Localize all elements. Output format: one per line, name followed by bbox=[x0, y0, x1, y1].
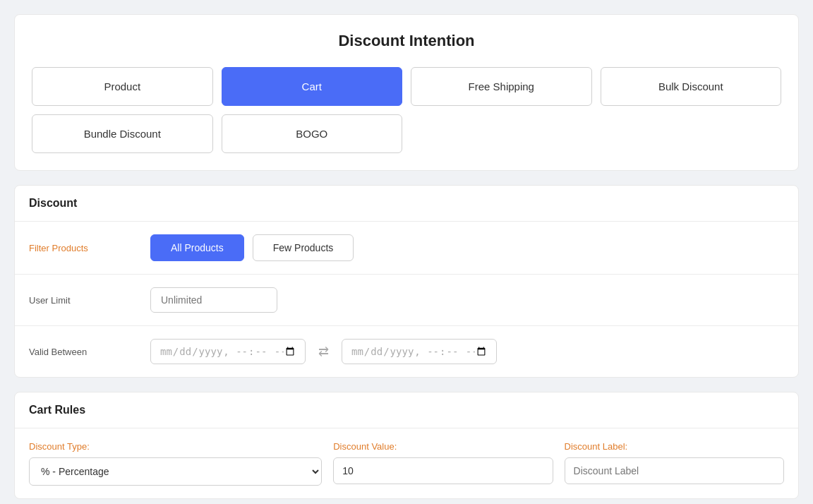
intention-card: Discount Intention Product Cart Free Shi… bbox=[14, 14, 799, 171]
discount-label-label: Discount Label: bbox=[565, 441, 784, 452]
date-separator-icon: ⇄ bbox=[318, 344, 329, 359]
discount-label-group: Discount Label: bbox=[565, 441, 784, 486]
user-limit-input[interactable] bbox=[150, 287, 277, 313]
filter-few-products-btn[interactable]: Few Products bbox=[253, 234, 354, 261]
discount-value-input[interactable] bbox=[333, 457, 553, 484]
valid-between-row: Valid Between ⇄ bbox=[15, 326, 798, 377]
discount-section-title: Discount bbox=[15, 186, 798, 222]
discount-label-input[interactable] bbox=[565, 457, 784, 484]
user-limit-row: User Limit bbox=[15, 275, 798, 326]
intent-btn-bundle-discount[interactable]: Bundle Discount bbox=[32, 114, 213, 153]
filter-products-label: Filter Products bbox=[29, 243, 142, 253]
discount-type-group: Discount Type: % - Percentage $ - Fixed … bbox=[29, 441, 322, 486]
intention-grid-row1: Product Cart Free Shipping Bulk Discount bbox=[32, 67, 781, 106]
intent-btn-free-shipping[interactable]: Free Shipping bbox=[411, 67, 592, 106]
cart-rules-section: Cart Rules Discount Type: % - Percentage… bbox=[14, 392, 799, 499]
cart-rules-grid: Discount Type: % - Percentage $ - Fixed … bbox=[15, 428, 798, 498]
intent-btn-bogo[interactable]: BOGO bbox=[222, 114, 403, 153]
valid-to-input[interactable] bbox=[342, 339, 497, 364]
discount-value-label: Discount Value: bbox=[333, 441, 553, 452]
page-title: Discount Intention bbox=[32, 32, 781, 50]
filter-products-row: Filter Products All Products Few Product… bbox=[15, 222, 798, 275]
intent-btn-product[interactable]: Product bbox=[32, 67, 213, 106]
user-limit-label: User Limit bbox=[29, 295, 142, 306]
intent-btn-bulk-discount[interactable]: Bulk Discount bbox=[601, 67, 782, 106]
intention-grid-row2: Bundle Discount BOGO bbox=[32, 114, 781, 153]
valid-between-label: Valid Between bbox=[29, 347, 142, 357]
discount-type-select[interactable]: % - Percentage $ - Fixed Amount bbox=[29, 457, 322, 486]
cart-rules-title: Cart Rules bbox=[15, 392, 798, 428]
filter-all-products-btn[interactable]: All Products bbox=[150, 234, 244, 261]
valid-from-input[interactable] bbox=[150, 339, 306, 364]
discount-type-label: Discount Type: bbox=[29, 441, 322, 452]
discount-value-group: Discount Value: bbox=[333, 441, 553, 486]
discount-section: Discount Filter Products All Products Fe… bbox=[14, 185, 799, 378]
intent-btn-cart[interactable]: Cart bbox=[222, 67, 403, 106]
